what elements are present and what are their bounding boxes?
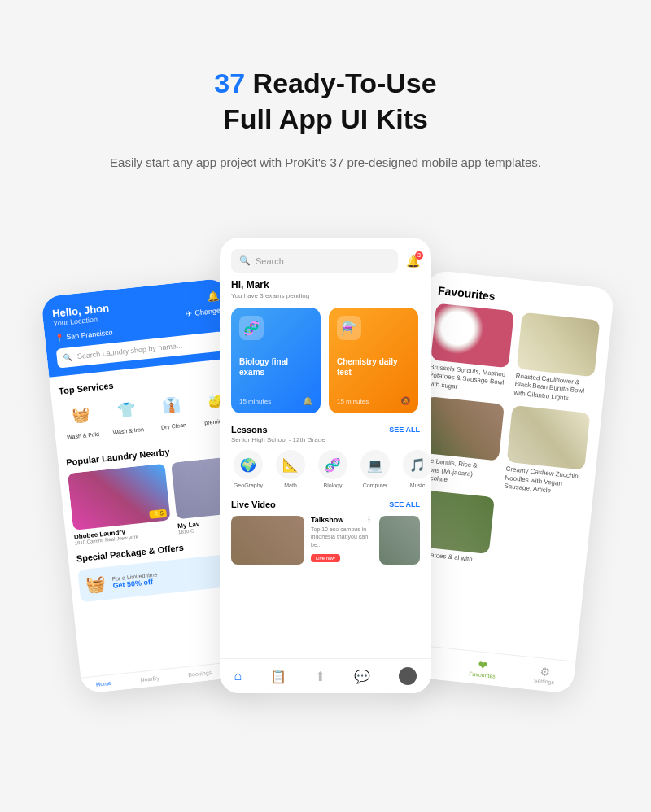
service-item[interactable]: 👔Dry Clean [151, 389, 194, 431]
dna-icon: 🧬 [318, 450, 347, 479]
lesson-biology[interactable]: 🧬Biology [316, 450, 350, 488]
exam-card-biology[interactable]: 🧬 Biology final exams 15 minutes 🔔 [231, 308, 321, 413]
lesson-math[interactable]: 📐Math [273, 450, 308, 488]
offer-icon: 🧺 [85, 574, 107, 595]
see-all-link[interactable]: SEE ALL [389, 426, 420, 434]
lesson-geography[interactable]: 🌍GeoGraphy [231, 450, 265, 488]
nav-settings[interactable]: ⚙Settings [533, 665, 556, 686]
reminder-icon[interactable]: 🔕 [400, 396, 410, 405]
hero-title: 37 Ready-To-Use Full App UI Kits [49, 65, 602, 137]
search-placeholder: Search Laundry shop by name... [76, 342, 182, 361]
service-item[interactable]: 👕Wash & Iron [105, 394, 148, 436]
bell-icon[interactable]: 🔔 [206, 290, 219, 303]
hero-section: 37 Ready-To-Use Full App UI Kits Easily … [0, 0, 651, 205]
search-icon: 🔍 [63, 353, 72, 362]
search-input[interactable]: 🔍Search [231, 249, 398, 273]
phone-showcase: Hello, Jhon Your Location 🔔 ✈ Change 📍Sa… [0, 213, 651, 783]
lesson-computer[interactable]: 💻Computer [358, 450, 392, 488]
dry-clean-icon: 👔 [155, 390, 188, 422]
section-lessons: Lessons [231, 425, 268, 434]
video-info[interactable]: Talkshow⋮ Top 10 eco campus in indonesia… [311, 516, 373, 565]
exam-card-chemistry[interactable]: ⚗️ Chemistry daily test 15 minutes 🔕 [329, 308, 418, 413]
lessons-subtitle: Senior High School - 12th Grade [220, 436, 431, 450]
reminder-icon[interactable]: 🔔 [303, 396, 312, 405]
pending-exams-text: You have 3 exams pending [220, 290, 431, 308]
computer-icon: 💻 [360, 450, 390, 479]
notification-badge: 3 [415, 251, 423, 260]
exams-row: 🧬 Biology final exams 15 minutes 🔔 ⚗️ Ch… [220, 308, 431, 413]
nav-nearby[interactable]: NearBy [140, 675, 159, 683]
globe-icon: 🌍 [234, 450, 263, 479]
hero-subtitle: Easily start any app project with ProKit… [49, 153, 602, 172]
nav-favourites[interactable]: ❤Favourites [469, 658, 497, 679]
food-item[interactable]: Brussels Sprouts, Mashed Potatoes & Saus… [428, 303, 514, 397]
laundry-card[interactable]: ⭐5 Dhobee Laundry 1810,Camino Real ,New … [68, 464, 173, 546]
dna-icon: 🧬 [239, 316, 264, 340]
food-image [421, 397, 505, 462]
laundry-image: ⭐5 [68, 464, 171, 530]
food-image [517, 312, 601, 378]
nav-clipboard-icon[interactable]: 📋 [270, 669, 286, 684]
video-thumbnail[interactable] [379, 516, 420, 565]
video-thumbnail[interactable] [231, 516, 304, 565]
lesson-music[interactable]: 🎵Music [400, 450, 431, 488]
pin-icon: 📍 [55, 334, 64, 343]
service-item[interactable]: 🧺Wash & Fold [60, 399, 103, 441]
live-badge: Live now [311, 554, 340, 562]
food-item[interactable]: Roasted Cauliflower & Black Bean Burrito… [513, 312, 600, 406]
bottom-nav: ⌂ 📋 ⬆ 💬 [220, 658, 431, 693]
flask-icon: ⚗️ [337, 316, 361, 340]
rating-badge: ⭐5 [149, 509, 167, 519]
nav-upload-icon[interactable]: ⬆ [315, 669, 326, 684]
avatar[interactable] [399, 667, 417, 685]
wash-fold-icon: 🧺 [65, 399, 98, 432]
more-icon[interactable]: ⋮ [365, 516, 373, 524]
nav-home-icon[interactable]: ⌂ [234, 669, 242, 683]
ruler-icon: 📐 [276, 450, 305, 479]
section-live-video: Live Video [231, 500, 276, 509]
search-icon: 🔍 [239, 255, 251, 266]
see-all-link[interactable]: SEE ALL [389, 500, 420, 509]
nav-home[interactable]: Home [96, 680, 111, 688]
nav-bookings[interactable]: Bookings [188, 670, 212, 678]
food-image [430, 303, 514, 369]
notification-bell-icon[interactable]: 🔔3 [406, 255, 420, 268]
nearby-row: ⭐5 Dhobee Laundry 1810,Camino Real ,New … [68, 456, 245, 546]
food-image [507, 406, 591, 471]
wash-iron-icon: 👕 [110, 395, 142, 427]
food-item[interactable]: Creamy Cashew Zucchini Noodles with Vega… [504, 406, 590, 500]
live-video-row: Talkshow⋮ Top 10 eco campus in indonesia… [220, 511, 431, 570]
hero-number: 37 [214, 68, 245, 98]
greeting-text: Hi, Mark [220, 279, 431, 290]
music-icon: 🎵 [403, 450, 431, 479]
education-app-mockup: 🔍Search 🔔3 Hi, Mark You have 3 exams pen… [220, 238, 431, 693]
nav-chat-icon[interactable]: 💬 [354, 669, 370, 684]
lessons-row: 🌍GeoGraphy 📐Math 🧬Biology 💻Computer 🎵Mus… [220, 450, 431, 488]
